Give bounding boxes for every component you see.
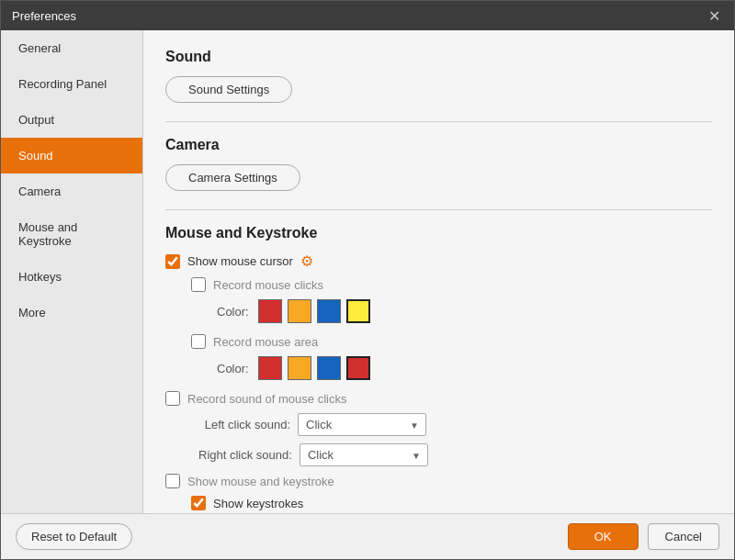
click-color-row-2: Color: [217,356,712,380]
show-keystrokes-section: Show keystrokes Show the left or right c… [191,496,712,513]
sidebar: General Recording Panel Output Sound Cam… [1,30,143,513]
show-keystrokes-checkbox[interactable] [191,496,206,510]
window-title: Preferences [12,9,76,23]
record-mouse-area-label[interactable]: Record mouse area [213,335,318,349]
record-mouse-clicks-label[interactable]: Record mouse clicks [213,278,323,292]
color-swatch-yellow-1[interactable] [346,299,370,323]
ok-button[interactable]: OK [568,523,639,550]
cancel-button[interactable]: Cancel [648,523,719,550]
left-click-dropdown-wrapper: Click [298,413,426,436]
record-sound-row: Record sound of mouse clicks [165,391,712,406]
color-swatch-orange-2[interactable] [288,356,311,380]
footer-left: Reset to Default [16,523,132,550]
color-label-1: Color: [217,305,249,319]
sound-section-title: Sound [165,49,712,65]
color-swatch-blue-2[interactable] [317,356,341,380]
show-mouse-cursor-checkbox[interactable] [165,254,180,269]
section-divider-2 [165,209,712,210]
show-mouse-keystroke-checkbox[interactable] [165,474,180,488]
camera-settings-button[interactable]: Camera Settings [165,164,300,191]
sidebar-item-recording-panel[interactable]: Recording Panel [1,66,142,102]
record-sound-label[interactable]: Record sound of mouse clicks [187,392,346,406]
preferences-window: Preferences ✕ General Recording Panel Ou… [0,0,735,560]
right-click-dropdown[interactable]: Click [300,443,428,466]
left-click-sound-row: Left click sound: Click [198,413,712,436]
left-click-dropdown[interactable]: Click [298,413,426,436]
sidebar-item-camera[interactable]: Camera [1,174,142,209]
record-mouse-area-checkbox[interactable] [191,334,206,349]
reset-to-default-button[interactable]: Reset to Default [16,523,132,550]
sound-settings-button[interactable]: Sound Settings [165,76,292,103]
record-mouse-area-row: Record mouse area [191,334,712,349]
close-button[interactable]: ✕ [705,6,723,25]
gear-icon[interactable]: ⚙ [300,252,313,270]
show-keystrokes-label[interactable]: Show keystrokes [213,497,303,510]
right-click-dropdown-wrapper: Click [300,443,428,466]
footer: Reset to Default OK Cancel [1,513,734,559]
show-keystrokes-row: Show keystrokes [191,496,712,510]
right-click-sound-row: Right click sound: Click [198,443,712,466]
record-mouse-clicks-section: Record mouse clicks Color: [191,277,712,323]
record-mouse-area-section: Record mouse area Color: [191,334,712,380]
sidebar-item-output[interactable]: Output [1,102,142,138]
left-click-label: Left click sound: [198,418,290,431]
record-sound-checkbox[interactable] [165,391,180,406]
sidebar-item-more[interactable]: More [1,295,142,330]
footer-right: OK Cancel [568,523,719,550]
right-click-label: Right click sound: [198,448,292,462]
sidebar-item-sound[interactable]: Sound [1,138,142,174]
color-swatch-blue-1[interactable] [317,299,341,323]
titlebar: Preferences ✕ [1,1,734,30]
record-mouse-clicks-row: Record mouse clicks [191,277,712,292]
show-mouse-cursor-label[interactable]: Show mouse cursor [187,254,293,268]
section-divider-1 [165,121,712,122]
show-mouse-keystroke-label[interactable]: Show mouse and keystroke [187,475,334,488]
sidebar-item-mouse-and-keystroke[interactable]: Mouse and Keystroke [1,209,142,259]
sidebar-item-hotkeys[interactable]: Hotkeys [1,259,142,295]
color-swatch-orange-1[interactable] [288,299,311,323]
color-swatch-red-2[interactable] [258,356,282,380]
mouse-keystroke-section-title: Mouse and Keystroke [165,225,712,241]
color-swatch-red-1[interactable] [258,299,282,323]
show-mouse-cursor-row: Show mouse cursor ⚙ [165,252,712,270]
content-area: General Recording Panel Output Sound Cam… [1,30,734,513]
show-mouse-keystroke-row: Show mouse and keystroke [165,474,712,488]
click-color-row-1: Color: [217,299,712,323]
color-swatch-red-selected-2[interactable] [346,356,370,380]
color-label-2: Color: [217,362,249,375]
record-mouse-clicks-checkbox[interactable] [191,277,206,292]
camera-section-title: Camera [165,137,712,153]
sidebar-item-general[interactable]: General [1,30,142,66]
main-panel: Sound Sound Settings Camera Camera Setti… [143,30,734,513]
